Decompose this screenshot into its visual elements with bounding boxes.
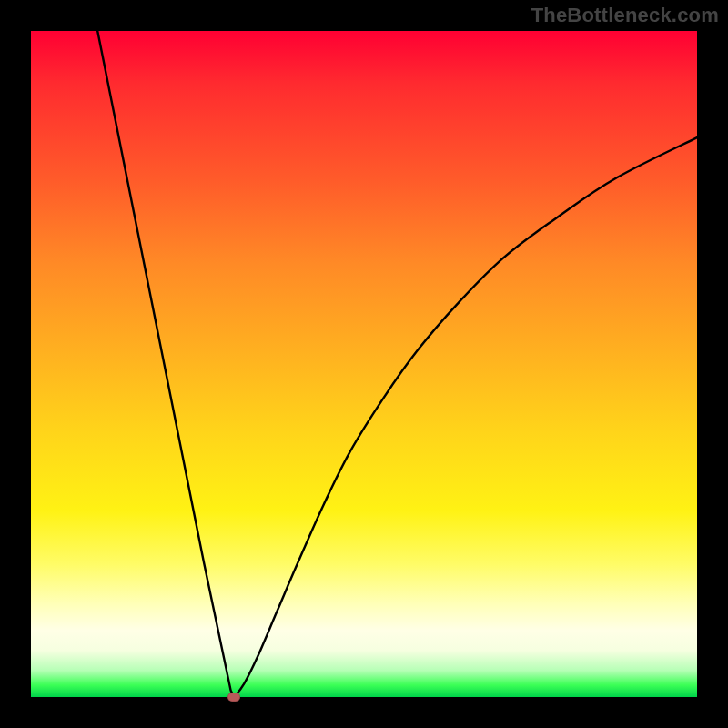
plot-area: [31, 31, 697, 697]
curve-left-branch: [97, 31, 234, 697]
watermark-text: TheBottleneck.com: [531, 4, 719, 27]
curve-svg: [31, 31, 697, 697]
curve-right-branch: [234, 137, 697, 697]
min-marker: [228, 693, 240, 702]
chart-frame: TheBottleneck.com: [0, 0, 728, 728]
